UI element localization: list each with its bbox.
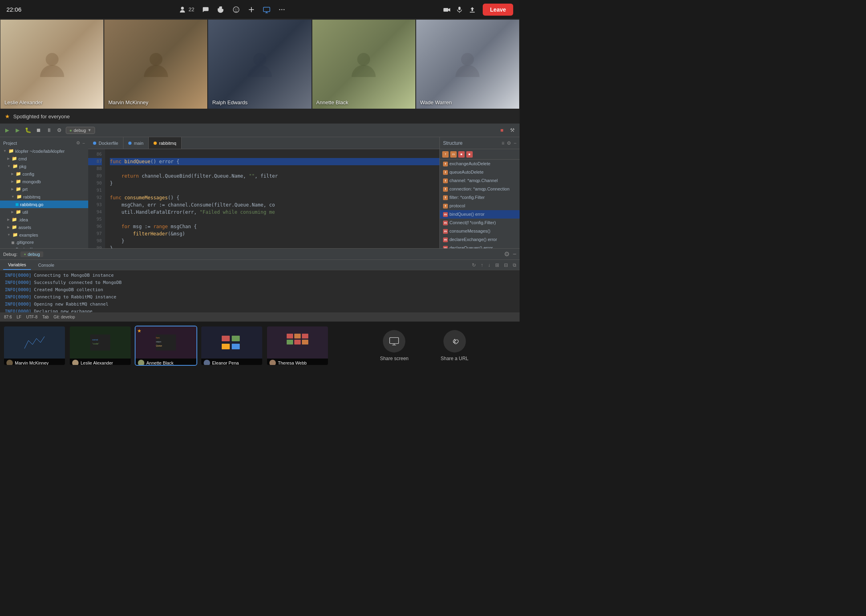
struct-Connect[interactable]: m Connect(f *config.Filter) [440, 219, 520, 227]
struct-icon-7: m [443, 212, 448, 217]
raise-hand-button[interactable] [217, 6, 225, 14]
thumb-name-leslie: Leslie Alexander [70, 359, 131, 366]
bug-icon[interactable]: 🐛 [24, 126, 32, 134]
struct-icon-10: m [443, 237, 448, 242]
tab-dockerfile[interactable]: Dockerfile [88, 137, 123, 149]
struct-connection[interactable]: f connection: *amqp.Connection [440, 185, 520, 193]
code-area[interactable]: 86 87 88 89 90 91 92 93 94 95 96 97 98 9… [88, 149, 439, 248]
thumb-marvin[interactable]: Marvin McKinney [3, 326, 66, 366]
thumb-theresa[interactable]: Theresa Webb [266, 326, 329, 366]
tree-settings-icon[interactable]: ⚙ [76, 140, 80, 146]
file-tree[interactable]: Project ⚙ − ▼ 📁 klopfer ~/code/lab/klopf… [0, 137, 88, 248]
share-screen-button[interactable]: Share screen [380, 330, 409, 361]
add-button[interactable] [247, 6, 255, 14]
emoji-button[interactable] [232, 6, 240, 14]
share-screen-button[interactable] [263, 6, 271, 14]
debug-settings-icon[interactable]: ⚙ [504, 250, 510, 258]
build-icon[interactable]: ⚒ [508, 126, 516, 134]
video-tile-marvin[interactable]: Marvin McKinney [104, 19, 208, 109]
thumb-star-annette: ★ [137, 328, 142, 334]
tree-item-rabbitmq-go[interactable]: ◼ rabbitmq.go [0, 201, 88, 208]
tree-item-examples[interactable]: ▼ 📁 examples [0, 231, 88, 239]
debug-tool-3[interactable]: ↓ [488, 262, 490, 268]
debug-run-icon[interactable]: ▶ [14, 126, 22, 134]
struct-declareQueues[interactable]: m declareQueues() error [440, 244, 520, 248]
struct-exchangeAutoDelete[interactable]: f exchangeAutoDelete [440, 160, 520, 168]
struct-protocol[interactable]: f protocol [440, 202, 520, 210]
debug-tool-5[interactable]: ⊟ [504, 262, 508, 268]
thumb-label-annette: Annette Black [146, 361, 174, 365]
tree-item-assets[interactable]: ▶ 📁 assets [0, 223, 88, 231]
status-indent-value: Tab [42, 315, 49, 319]
debug-tool-4[interactable]: ⊞ [495, 262, 499, 268]
thumb-annette[interactable]: ★ funcreturnQueue Annette Black [135, 326, 197, 366]
thumb-leslie[interactable]: const"code" Leslie Alexander [69, 326, 132, 366]
stop-icon[interactable]: ⏹ [34, 126, 42, 134]
tab-main[interactable]: main [123, 137, 149, 149]
participants-button[interactable]: 22 [178, 6, 194, 14]
tree-item-mongodb[interactable]: ▶ 📁 mongodb [0, 178, 88, 185]
debug-tabs-bar: Debug: ● debug ⚙ − [0, 249, 520, 260]
tab-rabbitmq[interactable]: rabbitmq [149, 137, 182, 149]
struct-queueAutoDelete[interactable]: f queueAutoDelete [440, 168, 520, 176]
struct-icon-4: f [443, 187, 448, 192]
struct-settings-icon[interactable]: ⚙ [507, 140, 511, 146]
debug-minimize-icon[interactable]: − [513, 251, 516, 258]
stop-debug-icon[interactable]: ■ [498, 126, 506, 134]
leave-button[interactable]: Leave [483, 4, 513, 16]
ide-toolbar: ▶ ▶ 🐛 ⏹ ⏸ ⚙ ● debug ▼ ■ ⚒ [0, 124, 520, 137]
tree-collapse-icon[interactable]: − [83, 141, 85, 146]
tree-item-idea[interactable]: ▶ 📁 .idea [0, 216, 88, 223]
video-tile-wade[interactable]: Wade Warren [416, 19, 520, 109]
struct-label-7: bindQueue() error [449, 211, 484, 218]
status-git-value: Git: develop [54, 315, 75, 319]
struct-tool-4[interactable]: ■ [466, 151, 473, 158]
tree-item-prt[interactable]: ▶ 📁 prt [0, 185, 88, 193]
video-tile-annette[interactable]: Annette Black [312, 19, 416, 109]
struct-bindQueue[interactable]: m bindQueue() error [440, 210, 520, 219]
folder-icon-rabbitmq: 📁 [16, 194, 22, 199]
thumb-label-theresa: Theresa Webb [278, 361, 307, 365]
video-name-marvin: Marvin McKinney [108, 99, 148, 105]
debug-tab-variables[interactable]: Variables [3, 260, 31, 270]
code-content[interactable]: func bindQueue() error { return channel.… [105, 149, 439, 248]
struct-tool-3[interactable]: ■ [458, 151, 465, 158]
tree-label-rabbitmq: rabbitmq [23, 195, 40, 199]
tree-item-rabbitmq[interactable]: ▼ 📁 rabbitmq [0, 193, 88, 201]
struct-close-icon[interactable]: − [514, 140, 516, 146]
share-url-label: Share a URL [441, 356, 468, 361]
run-icon[interactable]: ▶ [3, 126, 11, 134]
tree-item-pkg[interactable]: ▼ 📁 pkg [0, 162, 88, 170]
debug-tab-badge[interactable]: ● debug [20, 251, 43, 257]
share-url-button[interactable]: Share a URL [441, 330, 468, 361]
debug-tool-2[interactable]: ↑ [481, 262, 483, 268]
svg-point-7 [281, 9, 282, 10]
struct-tool-2[interactable]: m [450, 151, 457, 158]
debug-tool-1[interactable]: ↻ [472, 262, 476, 268]
video-tile-leslie[interactable]: Leslie Alexander [0, 19, 104, 109]
tree-arrow-mongodb: ▶ [11, 180, 14, 183]
tree-item-util[interactable]: ▶ 📁 util [0, 208, 88, 216]
struct-declareExchange[interactable]: m declareExchange() error [440, 235, 520, 244]
tree-root-klopfer[interactable]: ▼ 📁 klopfer ~/code/lab/klopfer [0, 147, 88, 155]
pause-icon[interactable]: ⏸ [45, 126, 53, 134]
tree-item-cmd[interactable]: ▶ 📁 cmd [0, 155, 88, 162]
debug-tab-console[interactable]: Console [33, 260, 59, 270]
toolbar-action-icon[interactable]: ⚙ [55, 126, 63, 134]
camera-button[interactable] [443, 6, 451, 14]
debug-config-badge[interactable]: ● debug ▼ [66, 127, 95, 134]
chat-button[interactable] [202, 6, 210, 14]
more-options-button[interactable] [278, 6, 286, 14]
struct-tool-1[interactable]: f [442, 151, 449, 158]
struct-channel[interactable]: f channel: *amqp.Channel [440, 176, 520, 185]
video-tile-ralph[interactable]: Ralph Edwards [208, 19, 312, 109]
tree-item-gitignore[interactable]: ◼ .gitignore [0, 239, 88, 246]
struct-filter[interactable]: f filter: *config.Filter [440, 193, 520, 202]
upload-button[interactable] [468, 6, 476, 14]
struct-list-icon[interactable]: ≡ [502, 140, 504, 146]
tree-item-config[interactable]: ▶ 📁 config [0, 170, 88, 178]
mic-button[interactable] [455, 6, 463, 14]
thumb-eleanor[interactable]: Eleanor Pena [200, 326, 263, 366]
debug-copy-icon[interactable]: ⧉ [513, 262, 516, 268]
struct-consumeMessages[interactable]: m consumeMessages() [440, 227, 520, 235]
